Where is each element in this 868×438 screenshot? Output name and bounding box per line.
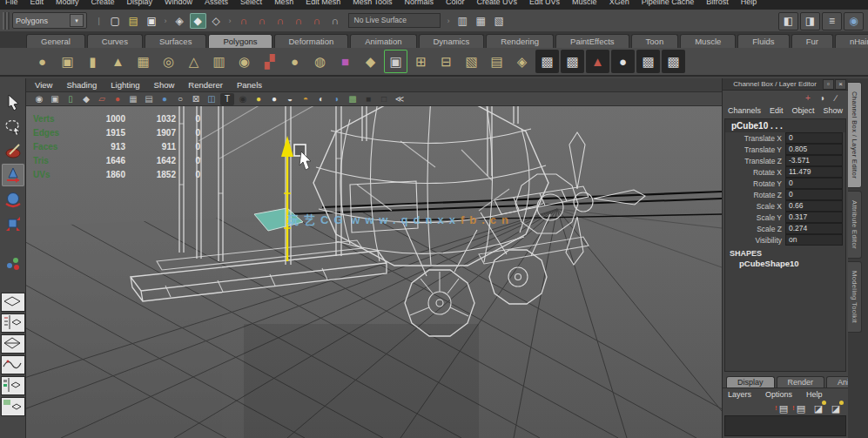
menu-normals[interactable]: Normals <box>405 0 434 6</box>
shelf-tab-painteffects[interactable]: PaintEffects <box>555 34 629 48</box>
open-scene-icon[interactable]: ▤ <box>125 13 142 29</box>
cb-menu-object[interactable]: Object <box>791 106 814 115</box>
bevel-icon[interactable]: ◆ <box>359 50 382 73</box>
bookmark-icon[interactable]: ◆ <box>79 93 93 105</box>
attribute-value-field[interactable]: 0 <box>785 132 843 144</box>
shelf-tab-fluids[interactable]: Fluids <box>737 34 789 48</box>
menu-edit-mesh[interactable]: Edit Mesh <box>306 0 340 6</box>
uv-checker-b-icon[interactable]: ▩ <box>561 50 584 73</box>
attribute-value-field[interactable]: -3.571 <box>785 155 843 166</box>
select-tool-button[interactable] <box>2 91 24 113</box>
film-gate-icon[interactable]: ▤ <box>142 93 156 105</box>
uv-checker-a-icon[interactable]: ▩ <box>535 50 559 73</box>
menu-select[interactable]: Select <box>240 0 262 6</box>
all-lights-icon[interactable]: ● <box>267 93 281 105</box>
tab-modeling-toolkit[interactable]: Modeling Toolkit <box>848 261 862 333</box>
move-tool-button[interactable] <box>2 164 24 186</box>
shelf-tab-fur[interactable]: Fur <box>791 34 833 48</box>
multi-cut-tool-icon[interactable]: ▣ <box>384 50 407 73</box>
render-current-frame-icon[interactable]: ▦ <box>473 13 489 29</box>
layout-persp-graph-button[interactable] <box>1 355 25 374</box>
poly-cube-icon[interactable]: ▣ <box>56 50 79 73</box>
onion-skin-b-icon[interactable]: □ <box>377 93 391 105</box>
make-live-icon[interactable]: ∩ <box>327 13 344 29</box>
snap-to-point-icon[interactable]: ∩ <box>273 13 289 29</box>
minimize-icon[interactable]: ▫ <box>823 79 834 90</box>
booleans-icon[interactable]: ◍ <box>308 50 332 73</box>
camera-attributes-icon[interactable]: ▯ <box>64 93 77 105</box>
live-surface-field[interactable]: No Live Surface <box>348 13 441 28</box>
attribute-value-field[interactable]: 0.805 <box>785 144 843 155</box>
grease-pencil-icon[interactable]: ● <box>111 93 124 105</box>
menu-create[interactable]: Create <box>91 0 115 6</box>
image-plane-icon[interactable]: ▱ <box>95 93 109 105</box>
menu-color[interactable]: Color <box>446 0 465 6</box>
menu-assets[interactable]: Assets <box>205 0 228 6</box>
cb-menu-channels[interactable]: Channels <box>728 106 761 115</box>
lock-camera-icon[interactable]: ▣ <box>48 93 62 105</box>
layer-tab-display[interactable]: Display <box>726 376 775 387</box>
menu-mesh-tools[interactable]: Mesh Tools <box>353 0 392 6</box>
snap-to-curve-icon[interactable]: ∩ <box>254 13 271 29</box>
flat-lighting-icon[interactable]: ◒ <box>283 93 297 105</box>
bridge-icon[interactable]: ⊟ <box>434 50 458 73</box>
isolate-select-icon[interactable]: ▩ <box>346 93 360 105</box>
select-camera-icon[interactable]: ◉ <box>32 93 46 105</box>
panel-menu-renderer[interactable]: Renderer <box>188 80 223 90</box>
layout-single-pane-button[interactable] <box>1 293 25 312</box>
layout-hypershade-button[interactable] <box>1 376 25 395</box>
last-tool-button[interactable] <box>2 253 24 275</box>
layout-uv-persp-button[interactable] <box>1 397 25 416</box>
scale-tool-button[interactable] <box>2 212 24 235</box>
resolution-gate-icon[interactable]: ◉ <box>236 93 250 105</box>
attribute-value-field[interactable]: 11.479 <box>785 166 843 178</box>
layout-four-pane-button[interactable] <box>1 334 25 354</box>
new-scene-icon[interactable]: ▢ <box>107 13 124 29</box>
attribute-value-field[interactable]: 0 <box>785 189 843 200</box>
poly-pipe-icon[interactable]: ▥ <box>207 50 231 73</box>
move-layer-up-icon[interactable]: ▤! <box>777 402 791 414</box>
select-component-icon[interactable]: ◇ <box>208 13 225 29</box>
new-empty-layer-icon[interactable]: ◪ <box>811 402 825 414</box>
shaded-mode-icon[interactable]: ● <box>158 93 172 105</box>
menuset-dropdown[interactable]: Polygons ▾ <box>12 12 87 29</box>
quad-draw-icon[interactable]: ▤ <box>485 50 508 73</box>
menu-modify[interactable]: Modify <box>56 0 79 6</box>
open-render-view-icon[interactable]: ▥ <box>454 13 471 29</box>
smooth-icon[interactable]: ■ <box>333 50 357 73</box>
ipr-render-icon[interactable]: ▧ <box>491 13 508 29</box>
menu-file[interactable]: File <box>5 0 18 6</box>
sculpt-tool-icon[interactable]: ▞ <box>258 50 281 73</box>
target-weld-icon[interactable]: ◈ <box>510 50 534 73</box>
menu-bifrost[interactable]: Bifrost <box>706 0 729 6</box>
combine-icon[interactable]: ● <box>283 50 306 73</box>
poly-cylinder-icon[interactable]: ▮ <box>81 50 104 73</box>
menu-create-uvs[interactable]: Create UVs <box>477 0 518 6</box>
attribute-value-field[interactable]: 0 <box>785 178 843 189</box>
xray-mode-icon[interactable]: ⊠ <box>189 93 203 105</box>
menu-xgen[interactable]: XGen <box>609 0 629 6</box>
snap-to-projected-center-icon[interactable]: ∩ <box>291 13 307 29</box>
tab-attribute-editor[interactable]: Attribute Editor <box>848 191 862 259</box>
layer-menu-options[interactable]: Options <box>765 390 792 399</box>
attribute-value-field[interactable]: on <box>785 234 843 246</box>
shadows-toggle-icon[interactable]: ◗ <box>330 93 344 105</box>
paint-select-tool-button[interactable] <box>2 139 24 162</box>
attribute-value-field[interactable]: 0.66 <box>785 200 843 212</box>
append-to-polygon-icon[interactable]: ▧ <box>460 50 483 73</box>
poly-torus-icon[interactable]: ◎ <box>157 50 180 73</box>
shelf-tab-polygons[interactable]: Polygons <box>208 34 272 48</box>
snap-to-grid-icon[interactable]: ∩ <box>236 13 252 29</box>
shelf-tab-rendering[interactable]: Rendering <box>486 34 554 48</box>
rotate-tool-button[interactable] <box>2 188 24 211</box>
show-channel-box-icon[interactable]: ≡ <box>822 12 842 30</box>
grid-toggle-icon[interactable]: ▦ <box>126 93 140 105</box>
layer-menu-layers[interactable]: Layers <box>728 390 751 399</box>
panel-menu-view[interactable]: View <box>35 80 52 90</box>
poly-pyramid-icon[interactable]: △ <box>182 50 205 73</box>
grip-handle[interactable] <box>3 12 10 30</box>
uv-checker-c-icon[interactable]: ▩ <box>636 50 660 73</box>
shelf-tab-surfaces[interactable]: Surfaces <box>145 34 207 48</box>
lasso-select-tool-button[interactable] <box>2 115 24 138</box>
attribute-value-field[interactable]: 0.317 <box>785 212 843 223</box>
